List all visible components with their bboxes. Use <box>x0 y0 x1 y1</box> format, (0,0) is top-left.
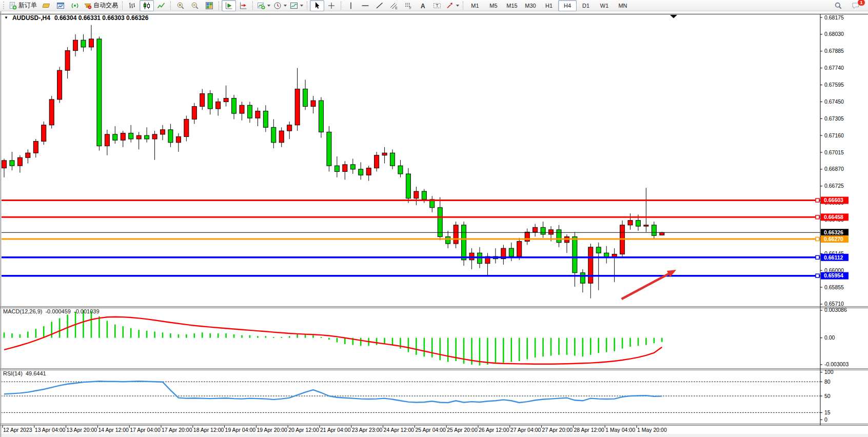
tf-mn[interactable]: MN <box>614 0 632 11</box>
time-axis[interactable]: 12 Apr 202313 Apr 04:0013 Apr 20:0014 Ap… <box>3 426 667 433</box>
candle-body <box>382 153 387 155</box>
crosshair-button[interactable] <box>324 0 339 11</box>
svg-text:A: A <box>421 2 425 9</box>
cursor-button[interactable] <box>310 0 324 11</box>
tf-d1[interactable]: D1 <box>577 0 595 11</box>
tile-icon <box>205 2 213 10</box>
tf-m5-label: M5 <box>489 3 497 9</box>
tf-m30[interactable]: M30 <box>521 0 540 11</box>
time-tick-label: 20 Apr 12:00 <box>288 427 319 433</box>
tf-m5[interactable]: M5 <box>484 0 503 11</box>
line-chart-button[interactable] <box>154 0 168 11</box>
candle-body <box>73 40 78 50</box>
line-anchor-marker[interactable] <box>816 274 819 277</box>
signals-button[interactable] <box>68 0 82 11</box>
candle-body <box>65 51 70 71</box>
text-label-button[interactable]: T <box>430 0 444 11</box>
cursor-icon <box>313 2 321 10</box>
candle-body <box>406 174 410 198</box>
zoom-in-button[interactable] <box>173 0 188 11</box>
bar-chart-button[interactable] <box>125 0 140 11</box>
profile-button[interactable] <box>53 0 68 11</box>
tf-h4[interactable]: H4 <box>558 0 577 11</box>
auto-trading-button-label: 自动交易 <box>93 1 119 10</box>
horizontal-line-button[interactable] <box>358 0 372 11</box>
price-tick-label: 0.67160 <box>824 132 844 138</box>
tf-m1[interactable]: M1 <box>466 0 484 11</box>
price-tick-label: 0.67885 <box>824 48 844 54</box>
candle-body <box>33 142 38 153</box>
tf-w1[interactable]: W1 <box>595 0 614 11</box>
chart-window-button[interactable] <box>39 0 53 11</box>
search-button[interactable] <box>831 0 845 11</box>
rsi-tick-label: 50 <box>824 393 831 399</box>
candle-body <box>398 166 403 174</box>
auto-trading-button[interactable]: 自动交易 <box>82 0 120 11</box>
text-button[interactable]: A <box>416 0 430 11</box>
macd-main-value: -0.000459 <box>45 308 71 314</box>
line-anchor-marker[interactable] <box>816 237 819 241</box>
candle-body <box>343 165 347 172</box>
line-anchor-marker[interactable] <box>816 255 819 259</box>
templates-button[interactable] <box>288 0 305 11</box>
time-tick-label: 17 Apr 20:00 <box>162 427 192 433</box>
price-tick-label: 0.67305 <box>824 115 844 122</box>
crosshair-icon <box>327 2 336 10</box>
candle-body <box>105 134 109 146</box>
chart-menu-caret-icon[interactable]: ▼ <box>4 16 8 20</box>
vertical-line-button[interactable] <box>344 0 358 11</box>
zoom-out-button[interactable] <box>188 0 202 11</box>
line-anchor-marker[interactable] <box>816 215 819 219</box>
toolbar-separator <box>170 2 171 10</box>
time-tick-label: 19 Apr 20:00 <box>257 427 287 433</box>
time-tick-label: 1 May 20:00 <box>637 427 667 433</box>
candle-body <box>26 153 30 157</box>
candle-body <box>580 273 585 283</box>
price-tick-label: 0.67595 <box>824 82 844 88</box>
toolbar-grip[interactable] <box>3 2 5 9</box>
candle-body <box>184 119 189 136</box>
candle-body <box>145 135 149 139</box>
candle-body <box>446 236 450 244</box>
chart-shift-button[interactable] <box>236 0 250 11</box>
candle-body <box>636 221 641 226</box>
macd-tick-label: 0.003086 <box>824 307 847 313</box>
new-order-button[interactable]: 新订单 <box>7 0 39 11</box>
signal-icon <box>71 2 79 10</box>
channel-icon: E <box>390 2 398 10</box>
candle-body <box>2 161 7 168</box>
line-anchor-marker[interactable] <box>816 198 819 202</box>
rsi-indicator-label: RSI(14) 49.6441 <box>3 370 46 376</box>
tf-w1-label: W1 <box>600 3 609 9</box>
candle-body <box>517 242 522 256</box>
fibonacci-button[interactable]: F <box>401 0 416 11</box>
chart-canvas[interactable]: 0.681750.680300.678850.677400.675950.674… <box>0 11 868 437</box>
indicators-icon <box>257 2 265 10</box>
notifications-button[interactable]: 1 <box>849 0 863 11</box>
auto-scroll-button[interactable] <box>222 0 236 11</box>
gold-box-icon <box>42 2 50 10</box>
tf-m15-label: M15 <box>506 3 517 9</box>
candle-body <box>319 101 324 132</box>
candle-body <box>588 247 593 283</box>
time-tick-label: 25 Apr 20:00 <box>447 427 478 433</box>
chart-ohlc-values: 0.66304 0.66331 0.66303 0.66326 <box>54 14 149 22</box>
candle-body <box>200 94 205 107</box>
tf-mn-label: MN <box>618 3 627 9</box>
candlestick-button[interactable] <box>140 0 154 11</box>
tf-h1[interactable]: H1 <box>540 0 558 11</box>
candle-body <box>81 40 86 47</box>
indicators-button[interactable] <box>255 0 272 11</box>
price-tick-label: 0.65710 <box>824 301 844 307</box>
tf-m15[interactable]: M15 <box>503 0 521 11</box>
tile-windows-button[interactable] <box>202 0 216 11</box>
candle-body <box>652 225 656 235</box>
periods-button[interactable] <box>272 0 288 11</box>
equidistant-channel-button[interactable]: E <box>387 0 401 11</box>
arrows-button[interactable] <box>444 0 461 11</box>
dropdown-caret-icon <box>267 5 270 7</box>
price-tag-label: 0.66458 <box>824 214 843 220</box>
candle-body <box>176 136 181 142</box>
trendline-button[interactable] <box>372 0 387 11</box>
zoom-in-icon <box>176 2 185 10</box>
